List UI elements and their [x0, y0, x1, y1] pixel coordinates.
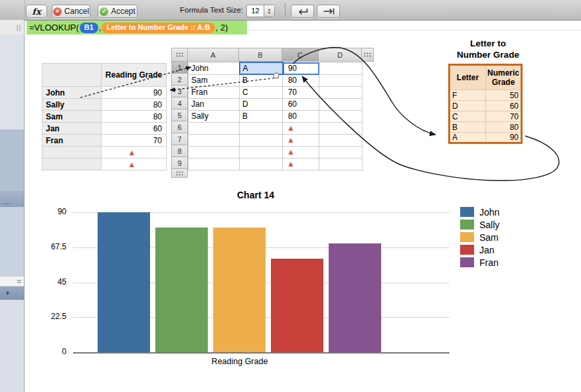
- row-header-5[interactable]: 5: [171, 109, 188, 121]
- cell-c1-result[interactable]: 90: [283, 62, 319, 74]
- cell-b1-selected[interactable]: A: [240, 62, 283, 74]
- row-label[interactable]: [42, 147, 102, 159]
- cell-c8-warning-icon[interactable]: ▲: [283, 146, 319, 158]
- cell-c9-warning-icon[interactable]: ▲: [283, 158, 319, 170]
- legend-item-jan[interactable]: Jan: [460, 243, 499, 256]
- reading-table-header[interactable]: Reading Grade: [102, 64, 167, 87]
- row-header-4[interactable]: 4: [171, 98, 188, 109]
- cell-b6[interactable]: [240, 122, 283, 134]
- legend-item-sally[interactable]: Sally: [460, 218, 499, 231]
- legend-item-john[interactable]: John: [460, 206, 499, 218]
- cell-a9[interactable]: [189, 158, 240, 170]
- chart-legend[interactable]: JohnSallySamJanFran: [460, 206, 499, 269]
- row-header-9[interactable]: 9: [171, 157, 188, 169]
- row-label[interactable]: Fran: [42, 135, 102, 147]
- cell-d3[interactable]: [319, 86, 363, 98]
- cell-a1[interactable]: John: [189, 62, 240, 74]
- column-header-c[interactable]: C: [282, 48, 319, 62]
- legend-item-fran[interactable]: Fran: [460, 256, 499, 269]
- row-header-1[interactable]: 1: [171, 62, 188, 74]
- cell-d6[interactable]: [319, 122, 363, 134]
- accept-button[interactable]: ✓ Accept: [98, 5, 137, 18]
- cell-a5[interactable]: Sally: [189, 110, 240, 122]
- cell-a2[interactable]: Sam: [189, 74, 240, 86]
- bar-sally[interactable]: [155, 228, 208, 352]
- cell-a4[interactable]: Jan: [189, 98, 240, 110]
- sidebar-resize-strip[interactable]: =: [0, 276, 24, 287]
- grid-bottom-grip[interactable]: [171, 169, 188, 178]
- row-label[interactable]: Sam: [42, 111, 102, 123]
- lookup-grade-cell[interactable]: 60: [486, 101, 522, 111]
- cell-b4[interactable]: D: [240, 98, 283, 110]
- formula-range-ref-token[interactable]: Letter to Number Grade :: A:B: [102, 23, 214, 33]
- value-cell[interactable]: 60: [102, 123, 167, 135]
- cell-d9[interactable]: [319, 158, 363, 170]
- row-label[interactable]: [42, 159, 102, 170]
- lookup-grade-cell[interactable]: 70: [486, 111, 522, 122]
- cell-d1[interactable]: [319, 62, 363, 74]
- warning-icon[interactable]: ▲: [102, 159, 167, 170]
- lookup-letter-cell[interactable]: D: [450, 101, 486, 111]
- formula-cell-ref-token[interactable]: B1: [80, 23, 98, 33]
- bar-sam[interactable]: [213, 228, 266, 352]
- cell-b9[interactable]: [240, 158, 283, 170]
- row-label[interactable]: John: [42, 87, 102, 99]
- cell-d2[interactable]: [319, 74, 363, 86]
- lookup-letter-cell[interactable]: B: [450, 122, 486, 133]
- legend-item-sam[interactable]: Sam: [460, 231, 499, 243]
- chart-title[interactable]: Chart 14: [189, 190, 322, 200]
- cell-d7[interactable]: [319, 134, 363, 146]
- cell-c3[interactable]: 70: [283, 86, 319, 98]
- lookup-grade-cell[interactable]: 50: [486, 90, 522, 101]
- formula-input[interactable]: =VLOOKUP( B1 , Letter to Number Grade ::…: [27, 21, 247, 34]
- row-header-2[interactable]: 2: [171, 74, 188, 86]
- value-cell[interactable]: 70: [102, 135, 167, 147]
- cancel-button[interactable]: × Cancel: [52, 5, 90, 18]
- column-header-d[interactable]: D: [319, 48, 362, 62]
- formula-text-size-control[interactable]: 12 ▲ ▼: [246, 5, 275, 17]
- warning-icon[interactable]: ▲: [102, 147, 167, 159]
- value-cell[interactable]: 80: [102, 99, 167, 111]
- formula-text-size-value[interactable]: 12: [247, 5, 264, 17]
- cell-b7[interactable]: [240, 134, 283, 146]
- value-cell[interactable]: 80: [102, 111, 167, 123]
- cell-a8[interactable]: [189, 146, 240, 158]
- lookup-col1-header[interactable]: Letter: [450, 65, 486, 90]
- formula-text-size-stepper[interactable]: ▲ ▼: [264, 5, 274, 17]
- bar-john[interactable]: [98, 212, 150, 352]
- cell-d8[interactable]: [319, 146, 363, 158]
- cell-b8[interactable]: [240, 146, 283, 158]
- cell-a7[interactable]: [189, 134, 240, 146]
- row-header-8[interactable]: 8: [171, 145, 188, 157]
- sidebar-overflow-strip[interactable]: ···: [0, 191, 24, 207]
- row-header-7[interactable]: 7: [171, 133, 188, 145]
- row-header-3[interactable]: 3: [171, 86, 188, 98]
- cell-a3[interactable]: Fran: [189, 86, 240, 98]
- chart-plot-area[interactable]: [73, 212, 450, 354]
- cell-b2[interactable]: B: [240, 74, 283, 86]
- sidebar-collapse-bar[interactable]: ▼: [0, 287, 24, 300]
- lookup-col2-header[interactable]: Numeric Grade: [486, 65, 522, 90]
- cell-c5[interactable]: 80: [283, 110, 319, 122]
- cell-d4[interactable]: [319, 98, 363, 110]
- row-label[interactable]: Jan: [42, 123, 102, 135]
- grid-right-grip[interactable]: [362, 48, 374, 62]
- insert-return-button[interactable]: [291, 5, 314, 18]
- cell-c7-warning-icon[interactable]: ▲: [283, 134, 319, 146]
- lookup-letter-cell[interactable]: C: [450, 111, 486, 122]
- column-header-a[interactable]: A: [188, 48, 239, 62]
- grid-corner-grip[interactable]: [171, 48, 188, 62]
- lookup-grade-cell[interactable]: 90: [486, 133, 522, 143]
- lookup-letter-cell[interactable]: F: [450, 90, 486, 101]
- column-header-b[interactable]: B: [239, 48, 282, 62]
- row-label[interactable]: Sally: [42, 99, 102, 111]
- fx-button[interactable]: fx: [26, 5, 47, 18]
- lookup-grade-cell[interactable]: 80: [486, 122, 522, 133]
- bar-fran[interactable]: [329, 243, 381, 352]
- cell-c2[interactable]: 80: [283, 74, 319, 86]
- insert-tab-button[interactable]: [317, 5, 340, 18]
- row-header-6[interactable]: 6: [171, 121, 188, 133]
- stepper-down-icon[interactable]: ▼: [268, 11, 271, 15]
- cell-d5[interactable]: [319, 110, 363, 122]
- cell-b3[interactable]: C: [240, 86, 283, 98]
